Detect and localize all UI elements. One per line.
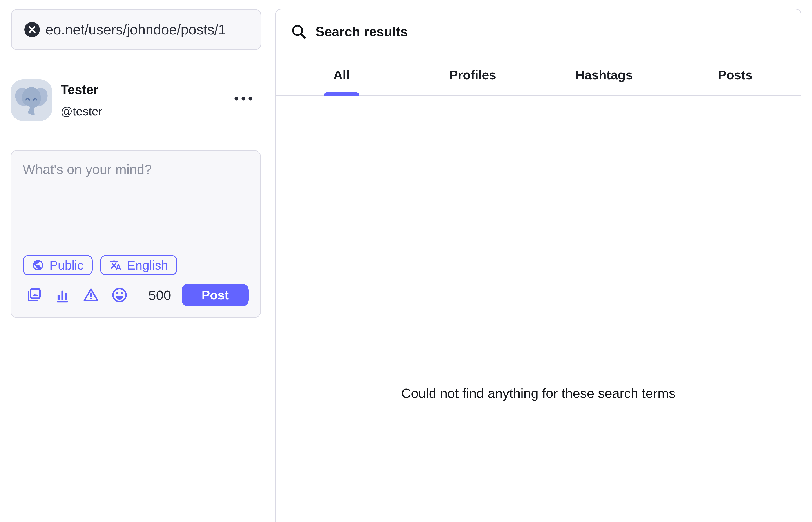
x-circle-icon [24, 22, 40, 37]
url-input[interactable] [45, 22, 251, 38]
tab-hashtags[interactable]: Hashtags [539, 54, 670, 95]
clear-url-button[interactable] [24, 22, 40, 37]
emoji-icon [111, 286, 128, 304]
avatar[interactable] [11, 79, 52, 121]
globe-icon [32, 259, 44, 271]
compose-options-row: Public English [23, 255, 177, 275]
tab-hashtags-label: Hashtags [575, 67, 633, 82]
tab-all[interactable]: All [276, 54, 407, 95]
emoji-picker-button[interactable] [111, 286, 128, 304]
user-handle: @tester [61, 104, 102, 118]
add-poll-button[interactable] [54, 286, 71, 304]
display-name: Tester [61, 82, 102, 97]
ellipsis-icon [232, 95, 255, 102]
visibility-label: Public [49, 258, 83, 273]
post-button[interactable]: Post [182, 284, 249, 306]
search-results-panel: Search results All Profiles Hashtags Pos… [275, 9, 801, 522]
search-results-title: Search results [316, 24, 408, 39]
tab-posts-label: Posts [718, 67, 752, 82]
compose-actions-row: 500 Post [23, 283, 249, 307]
active-tab-underline [324, 93, 359, 96]
visibility-button[interactable]: Public [23, 255, 93, 275]
search-results-body: Could not find anything for these search… [276, 96, 801, 521]
tab-all-label: All [333, 67, 350, 82]
user-names: Tester @tester [61, 82, 102, 118]
character-count: 500 [148, 287, 171, 303]
content-warning-button[interactable] [82, 286, 100, 304]
translate-icon [109, 259, 122, 271]
tab-posts[interactable]: Posts [670, 54, 801, 95]
compose-box: Public English [11, 150, 261, 318]
poll-icon [54, 286, 71, 304]
search-icon [290, 23, 308, 40]
empty-results-message: Could not find anything for these search… [276, 386, 801, 401]
media-icon [25, 286, 42, 304]
language-button[interactable]: English [100, 255, 177, 275]
search-tabs: All Profiles Hashtags Posts [276, 54, 801, 96]
tab-profiles-label: Profiles [449, 67, 496, 82]
url-bar [11, 9, 261, 50]
attach-media-button[interactable] [25, 286, 42, 304]
more-options-button[interactable] [230, 91, 257, 106]
content-warning-icon [82, 286, 100, 304]
search-results-header: Search results [276, 9, 801, 54]
mastodon-elephant-icon [11, 79, 52, 121]
tab-profiles[interactable]: Profiles [407, 54, 538, 95]
language-label: English [127, 258, 168, 273]
app-screen: Tester @tester Public [0, 0, 812, 522]
compose-textarea[interactable] [23, 161, 249, 249]
